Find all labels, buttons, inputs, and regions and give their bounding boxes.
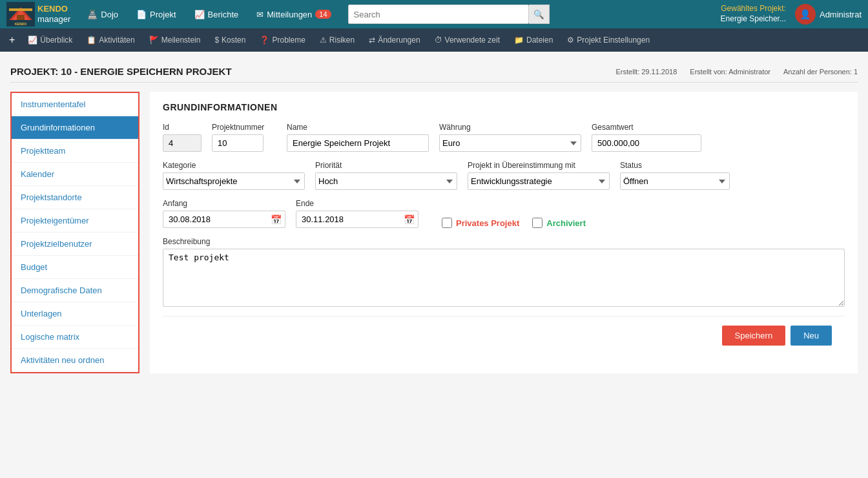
nav-probleme[interactable]: ❓ Probleme xyxy=(253,33,311,47)
sidebar-item-projektteam[interactable]: Projektteam xyxy=(12,140,138,163)
nav-kosten[interactable]: $ Kosten xyxy=(208,33,252,47)
search-input[interactable] xyxy=(348,5,529,24)
sidebar-item-grundinformationen[interactable]: Grundinformationen xyxy=(12,116,138,140)
sidebar-item-demografische-daten[interactable]: Demografische Daten xyxy=(12,279,138,302)
name-input[interactable] xyxy=(287,134,429,152)
ende-input[interactable] xyxy=(296,211,418,228)
gesamtwert-input[interactable] xyxy=(592,134,701,152)
mitteilungen-badge: 14 xyxy=(315,10,331,19)
risiken-icon: ⚠ xyxy=(320,36,327,45)
save-button[interactable]: Speichern xyxy=(722,326,786,346)
field-status: Status Öffnen xyxy=(620,161,730,190)
kategorie-select[interactable]: Wirtschaftsprojekte xyxy=(163,172,305,190)
id-input[interactable] xyxy=(163,134,202,152)
projekt-in-select[interactable]: Entwicklungsstrategie xyxy=(468,172,610,190)
anfang-calendar-icon[interactable]: 📅 xyxy=(271,214,282,225)
nav-ueberblick[interactable]: 📈 Überblick xyxy=(21,33,79,47)
field-gesamtwert: Gesamtwert xyxy=(592,123,701,152)
nav-dojo-label: Dojo xyxy=(101,10,118,19)
waehrung-select[interactable]: Euro xyxy=(439,134,581,152)
berichte-icon: 📈 xyxy=(194,10,205,19)
sidebar-item-logische-matrix[interactable]: Logische matrix xyxy=(12,326,138,349)
svg-text:KENDO: KENDO xyxy=(15,22,26,26)
archiviert-checkbox[interactable] xyxy=(532,218,542,228)
user-label: Administrat xyxy=(820,10,862,19)
checkbox-area: Privates Projekt Archiviert xyxy=(442,218,586,228)
nav-dateien[interactable]: 📁 Dateien xyxy=(508,33,559,47)
aktivitaeten-icon: 📋 xyxy=(87,36,96,45)
projektnummer-input[interactable] xyxy=(212,134,264,152)
search-button[interactable]: 🔍 xyxy=(529,5,550,24)
nav-meilenstein-label: Meilenstein xyxy=(161,36,201,45)
sidebar-item-instrumententafel[interactable]: Instrumententafel xyxy=(12,93,138,116)
sidebar-item-projekteigentumer[interactable]: Projekteigentümer xyxy=(12,209,138,233)
nav-projekt[interactable]: 📄 Projekt xyxy=(129,6,183,23)
svg-rect-4 xyxy=(9,8,32,11)
new-button[interactable]: Neu xyxy=(790,326,832,346)
sidebar-item-budget[interactable]: Budget xyxy=(12,256,138,279)
sidebar-item-projektzielbenutzer[interactable]: Projektzielbenutzer xyxy=(12,233,138,256)
field-name: Name xyxy=(287,123,429,152)
field-ende-label: Ende xyxy=(296,199,418,208)
mitteilungen-icon: ✉ xyxy=(256,10,264,19)
nav-dojo[interactable]: 🏯 Dojo xyxy=(79,6,126,23)
nav-aktivitaeten[interactable]: 📋 Aktivitäten xyxy=(80,33,141,47)
sidebar-item-projektteam-label: Projektteam xyxy=(21,146,65,156)
nav-risiken[interactable]: ⚠ Risiken xyxy=(313,33,361,47)
sidebar-item-projektstandorte[interactable]: Projektstandorte xyxy=(12,186,138,209)
top-nav: KENDO KENDOmanager 🏯 Dojo 📄 Projekt 📈 Be… xyxy=(0,0,868,28)
aenderungen-icon: ⇄ xyxy=(369,36,375,45)
avatar: 👤 xyxy=(795,4,816,25)
field-kategorie-label: Kategorie xyxy=(163,161,305,170)
sidebar-item-grundinformationen-label: Grundinformationen xyxy=(21,123,95,132)
beschreibung-input[interactable]: Test projekt xyxy=(163,249,845,307)
sidebar-item-unterlagen[interactable]: Unterlagen xyxy=(12,302,138,326)
logo[interactable]: KENDO KENDOmanager xyxy=(6,2,70,26)
anfang-input[interactable] xyxy=(163,211,285,228)
nav-verwendete-zeit[interactable]: ⏱ Verwendete zeit xyxy=(428,33,506,47)
ueberblick-icon: 📈 xyxy=(28,36,37,45)
field-id-label: Id xyxy=(163,123,202,132)
field-projektnummer: Projektnummer xyxy=(212,123,276,152)
field-gesamtwert-label: Gesamtwert xyxy=(592,123,701,132)
privates-projekt-label: Privates Projekt xyxy=(456,218,519,228)
sidebar-item-kalender[interactable]: Kalender xyxy=(12,163,138,186)
svg-rect-3 xyxy=(17,15,25,20)
privates-projekt-checkbox[interactable] xyxy=(442,218,452,228)
field-projektnummer-label: Projektnummer xyxy=(212,123,276,132)
user-area[interactable]: 👤 Administrat xyxy=(795,4,862,25)
nav-projekt-einstellungen-label: Projekt Einstellungen xyxy=(577,36,650,45)
field-projekt-in-label: Projekt in Übereinstimmung mit xyxy=(468,161,610,170)
kosten-icon: $ xyxy=(214,36,219,45)
bottom-bar: Speichern Neu xyxy=(163,316,845,352)
sidebar-item-logische-matrix-label: Logische matrix xyxy=(21,332,79,342)
nav-aenderungen[interactable]: ⇄ Änderungen xyxy=(362,33,426,47)
nav-dateien-label: Dateien xyxy=(526,36,553,45)
probleme-icon: ❓ xyxy=(260,36,269,45)
sidebar-item-aktivitaeten-neu-ordnen[interactable]: Aktivitäten neu ordnen xyxy=(12,349,138,372)
field-anfang: Anfang 📅 xyxy=(163,199,285,228)
add-button[interactable]: + xyxy=(4,34,20,46)
form-area: GRUNDINFORMATIONEN Id Projektnummer Name… xyxy=(150,92,858,373)
field-ende: Ende 📅 xyxy=(296,199,418,228)
prioritaet-select[interactable]: Hoch xyxy=(315,172,457,190)
field-anfang-label: Anfang xyxy=(163,199,285,208)
field-name-label: Name xyxy=(287,123,429,132)
nav-projekt-einstellungen[interactable]: ⚙ Projekt Einstellungen xyxy=(561,33,656,47)
ende-calendar-icon[interactable]: 📅 xyxy=(404,214,415,225)
verwendete-zeit-icon: ⏱ xyxy=(435,36,442,45)
nav-meilenstein[interactable]: 🚩 Meilenstein xyxy=(143,33,207,47)
field-prioritaet: Priorität Hoch xyxy=(315,161,457,190)
nav-verwendete-zeit-label: Verwendete zeit xyxy=(445,36,500,45)
form-row-2: Kategorie Wirtschaftsprojekte Priorität … xyxy=(163,161,845,190)
sidebar: Instrumententafel Grundinformationen Pro… xyxy=(10,92,140,373)
nav-berichte[interactable]: 📈 Berichte xyxy=(187,6,247,23)
field-waehrung-label: Währung xyxy=(439,123,581,132)
form-row-4: Beschreibung Test projekt xyxy=(163,237,845,307)
status-select[interactable]: Öffnen xyxy=(620,172,730,190)
created-date: Erstellt: 29.11.2018 xyxy=(616,68,677,76)
sidebar-item-budget-label: Budget xyxy=(21,262,47,272)
field-waehrung: Währung Euro xyxy=(439,123,581,152)
main-layout: Instrumententafel Grundinformationen Pro… xyxy=(10,92,858,373)
nav-mitteilungen[interactable]: ✉ Mitteilungen 14 xyxy=(249,6,338,23)
